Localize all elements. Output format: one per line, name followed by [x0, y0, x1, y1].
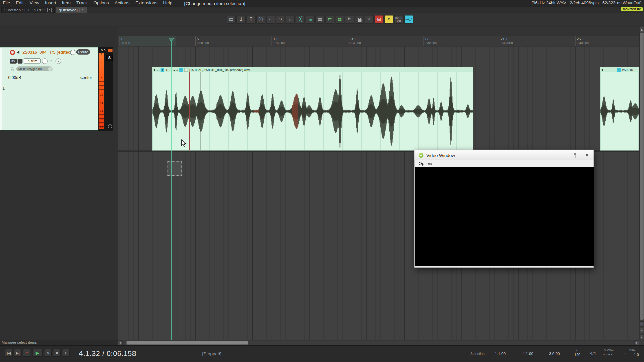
timeline-ruler[interactable]: 100.0005.10:08.0009.10:16.00013.10:24.00…	[118, 36, 639, 47]
record-arm-toggle[interactable]	[10, 50, 15, 55]
solo-button[interactable]: S	[106, 55, 112, 61]
input-dropdown[interactable]: ▾	[55, 58, 61, 64]
menu-file[interactable]: File	[0, 0, 13, 6]
mouse-modifier-icon[interactable]: ⌖	[365, 15, 374, 24]
meter-mode-button[interactable]	[108, 124, 112, 128]
zoom-in-icon[interactable]: +	[640, 321, 644, 327]
horizontal-scrollbar[interactable]: ◀ ▶	[118, 340, 639, 345]
fx-bypass-button[interactable]	[18, 59, 23, 64]
media-item-header[interactable]: ◆ 1 250316	[600, 67, 639, 72]
lock-icon[interactable]	[355, 15, 364, 24]
global-automation-value[interactable]: none ▾	[603, 353, 613, 356]
vertical-scroll-thumb[interactable]	[640, 33, 644, 320]
take-marker-line[interactable]	[189, 72, 190, 150]
channel-badge[interactable]: 1	[161, 68, 164, 72]
selection-length[interactable]: 3.0.00	[549, 351, 560, 356]
pause-button[interactable]: ‖	[62, 349, 70, 357]
record-button[interactable]: ○	[23, 349, 31, 357]
menu-options[interactable]: Options	[419, 161, 433, 166]
menu-extensions[interactable]: Extensions	[132, 0, 160, 6]
stretch-marker-line[interactable]	[200, 72, 200, 150]
route-button[interactable]: Route	[76, 49, 90, 55]
nvk-folder-items-icon[interactable]: nvk_F -Des	[394, 15, 404, 24]
monitor-fx-badge[interactable]: MONITOR FX	[621, 7, 643, 11]
video-window[interactable]: ▶ Video Window × Options	[414, 150, 594, 268]
clip-indicator[interactable]	[108, 49, 112, 52]
item-info-badge[interactable]: i	[184, 68, 188, 72]
project-tab[interactable]: *[Unsaved]×	[56, 7, 87, 13]
channel-badge[interactable]: 1	[179, 68, 183, 72]
pan-value[interactable]: center	[80, 75, 92, 80]
redo-icon[interactable]: ↷	[276, 15, 285, 24]
track-control-panel[interactable]: 1 250316_004_Tr5 (edited Route FX ∿ trim…	[0, 47, 98, 131]
scroll-up-icon[interactable]: ▲	[640, 27, 644, 32]
midi-input-selector[interactable]: MIDI: Oxygen 88: ▾	[16, 66, 53, 71]
menu-help[interactable]: Help	[160, 0, 175, 6]
new-project-icon[interactable]: ▤	[227, 15, 236, 24]
render-export-icon[interactable]: ↥	[236, 15, 246, 24]
fx-button[interactable]: FX	[10, 59, 17, 64]
master-mute-icon[interactable]: M	[375, 15, 384, 24]
track-name[interactable]: 250316_004_Tr5 (edited	[22, 50, 71, 55]
selection-start[interactable]: 1.1.00	[495, 351, 506, 356]
speaker-icon[interactable]	[17, 51, 21, 54]
go-home-icon[interactable]: ⌂	[286, 15, 295, 24]
scroll-right-icon[interactable]: ▶	[634, 340, 639, 345]
item-grouping-icon[interactable]: ▦	[315, 15, 324, 24]
repeat-button[interactable]: ↻	[44, 349, 52, 357]
fade-handle-icon[interactable]: ◆	[601, 68, 604, 71]
trim-envelope-button[interactable]: ∿ trim	[24, 58, 41, 64]
menu-view[interactable]: View	[26, 0, 42, 6]
scroll-down-icon[interactable]: ▼	[640, 335, 644, 340]
project-tab[interactable]: *Footstep SFX_15.RPP×	[1, 7, 55, 13]
playhead-marker[interactable]	[168, 37, 174, 44]
envelope-knob[interactable]	[42, 58, 48, 64]
loop-state-icon[interactable]: ○	[176, 68, 178, 71]
menu-item[interactable]: Item	[59, 0, 73, 6]
auto-crossfade-icon[interactable]: ╳	[296, 15, 305, 24]
tab-close-icon[interactable]: ×	[47, 8, 52, 12]
video-window-titlebar[interactable]: ▶ Video Window ×	[415, 150, 594, 160]
menu-options[interactable]: Options	[91, 0, 112, 6]
master-solo-icon[interactable]: S	[384, 15, 393, 24]
project-settings-icon[interactable]: ⓘ	[256, 15, 265, 24]
menu-insert[interactable]: Insert	[42, 0, 59, 6]
meter-peak-readout[interactable]: +0.0	[99, 48, 105, 52]
loop-toggle-icon[interactable]: ↻	[345, 15, 354, 24]
media-item-header[interactable]: ◆ ▫ ▫ 1 +5... ● ○ 1 i [+5.06dB] 250316_0…	[152, 67, 473, 72]
time-signature[interactable]: 4/4	[590, 351, 596, 355]
bpm-value[interactable]: 120	[574, 353, 580, 357]
menu-edit[interactable]: Edit	[13, 0, 26, 6]
input-label[interactable]: in	[50, 59, 52, 63]
stop-button[interactable]: ■	[53, 349, 61, 357]
tab-close-icon[interactable]: ×	[80, 8, 84, 12]
nvk-folder-icon[interactable]: nvk_F	[404, 15, 413, 24]
scroll-left-icon[interactable]: ◀	[118, 340, 123, 345]
undo-icon[interactable]: ↶	[266, 15, 275, 24]
menu-track[interactable]: Track	[74, 0, 91, 6]
menu-actions[interactable]: Actions	[112, 0, 132, 6]
media-item[interactable]: ◆ 1 250316	[600, 67, 639, 151]
envelope-link-icon[interactable]: ∞	[306, 15, 315, 24]
rate-value[interactable]: 1.0	[634, 353, 639, 357]
volume-value[interactable]: 0.00dB	[8, 75, 21, 80]
phase-button[interactable]	[70, 50, 75, 55]
ripple-edit-icon[interactable]: ⇄	[325, 15, 334, 24]
go-to-start-button[interactable]: |◀	[5, 349, 13, 357]
selection-label: Selection:	[470, 352, 486, 356]
save-project-icon[interactable]: ↧	[247, 15, 256, 24]
zoom-out-icon[interactable]: −	[640, 328, 644, 333]
vertical-scrollbar[interactable]: ▲ + − ▼	[639, 27, 644, 340]
play-button[interactable]: ▶	[32, 349, 43, 357]
media-item[interactable]: ◆ ▫ ▫ 1 +5... ● ○ 1 i [+5.06dB] 250316_0…	[152, 67, 473, 151]
channel-badge[interactable]: 1	[617, 68, 621, 72]
transport-time-display[interactable]: 4.1.32 / 0:06.158	[79, 349, 136, 358]
snap-grid-icon[interactable]: ▦	[335, 15, 344, 24]
close-icon[interactable]: ×	[586, 152, 589, 158]
chevron-down-icon[interactable]: ▾	[48, 67, 52, 71]
fade-handle-icon[interactable]: ◆	[153, 68, 156, 71]
pin-icon[interactable]	[573, 153, 577, 158]
go-to-end-button[interactable]: ▶|	[14, 349, 22, 357]
selection-end[interactable]: 4.1.00	[523, 351, 533, 356]
horizontal-scroll-thumb[interactable]	[126, 341, 248, 345]
